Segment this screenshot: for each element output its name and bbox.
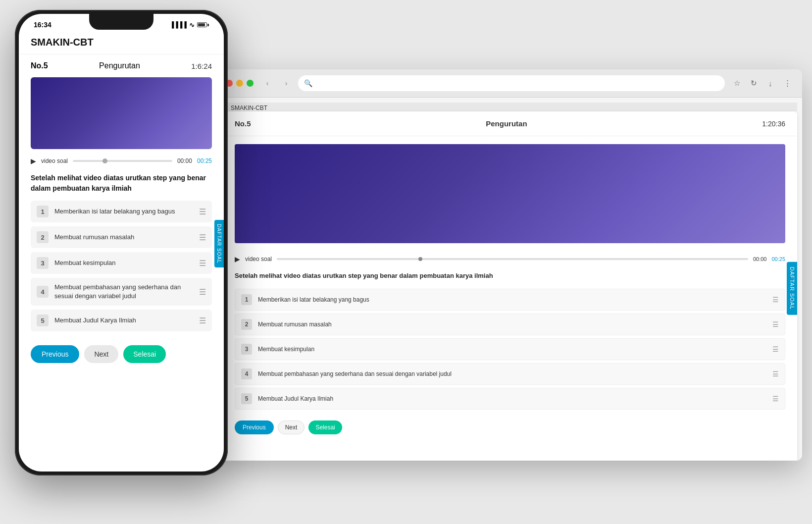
tab-title: SMAKIN-CBT <box>231 105 267 111</box>
button-row-browser: Previous Next Selesai <box>223 413 797 442</box>
search-icon: 🔍 <box>304 79 312 87</box>
item-number: 4 <box>241 368 252 379</box>
video-thumbnail-phone[interactable] <box>31 77 212 149</box>
progress-bar-phone[interactable] <box>73 160 172 162</box>
minimize-button[interactable] <box>236 80 243 87</box>
list-item[interactable]: 5 Membuat Judul Karya Ilmiah ☰ <box>235 388 785 410</box>
item-text: Membuat rumusan masalah <box>54 233 195 242</box>
item-text: Membuat Judul Karya Ilmiah <box>258 395 772 402</box>
browser-page: No.5 Pengurutan 1:20:36 ▶ video soal 00:… <box>223 111 797 461</box>
phone: 16:34 ▐▐▐▐ ∿ SMAKIN-CBT No.5 Pen <box>15 10 228 475</box>
item-text: Membuat pembahasan yang sederhana dan se… <box>54 283 195 301</box>
browser-content: SMAKIN-CBT No.5 Pengurutan 1:20:36 ▶ vid… <box>218 98 802 461</box>
signal-icon: ▐▐▐▐ <box>170 21 187 28</box>
wifi-icon: ∿ <box>189 21 195 29</box>
reload-button[interactable]: ↻ <box>747 76 761 90</box>
list-item[interactable]: 2 Membuat rumusan masalah ☰ <box>235 314 785 335</box>
drag-handle-icon[interactable]: ☰ <box>199 233 206 242</box>
url-input[interactable] <box>316 80 719 87</box>
daftar-soal-tab-browser[interactable]: DAFTAR SOAL <box>787 262 797 315</box>
drag-handle-icon[interactable]: ☰ <box>199 259 206 268</box>
address-bar[interactable]: 🔍 <box>298 75 725 91</box>
item-number: 1 <box>241 294 252 305</box>
video-label-phone: video soal <box>41 157 68 164</box>
bookmark-button[interactable]: ☆ <box>730 76 744 90</box>
app-header: SMAKIN-CBT <box>19 33 224 54</box>
time-end-phone: 00:25 <box>197 157 212 164</box>
button-row-phone: Previous Next Selesai <box>19 335 224 373</box>
previous-button-browser[interactable]: Previous <box>235 420 274 434</box>
timer-phone: 1:6:24 <box>191 62 212 70</box>
list-item[interactable]: 3 Membuat kesimpulan ☰ <box>235 338 785 360</box>
question-text-phone: Setelah melihat video diatas urutkan ste… <box>19 169 224 201</box>
question-number-phone: No.5 <box>31 61 48 70</box>
video-controls-browser: ▶ video soal 00:00 00:25 <box>223 251 797 267</box>
time-start-browser: 00:00 <box>753 256 767 262</box>
list-item[interactable]: 2 Membuat rumusan masalah ☰ <box>31 226 212 248</box>
item-number: 2 <box>241 319 252 330</box>
progress-dot-browser <box>418 257 422 261</box>
app-title: SMAKIN-CBT <box>31 37 212 48</box>
item-number: 2 <box>37 231 49 243</box>
timer-browser: 1:20:36 <box>762 120 785 128</box>
download-button[interactable]: ↓ <box>763 76 777 90</box>
question-header: No.5 Pengurutan 1:6:24 <box>19 54 224 77</box>
item-text: Membuat Judul Karya Ilmiah <box>54 316 195 325</box>
maximize-button[interactable] <box>247 80 254 87</box>
more-menu-button[interactable]: ⋮ <box>780 76 794 90</box>
play-button-browser[interactable]: ▶ <box>235 255 240 263</box>
video-thumbnail-browser[interactable] <box>235 144 785 243</box>
item-text: Memberikan isi latar belakang yang bagus <box>258 296 772 303</box>
next-button-phone[interactable]: Next <box>84 345 118 363</box>
item-number: 1 <box>37 206 49 217</box>
list-item[interactable]: 5 Membuat Judul Karya Ilmiah ☰ <box>31 310 212 331</box>
item-text: Membuat pembahasan yang sederhana dan se… <box>258 370 772 377</box>
item-text: Membuat kesimpulan <box>54 259 195 267</box>
drag-handle-icon[interactable]: ☰ <box>772 345 779 353</box>
battery-icon <box>197 22 209 27</box>
question-number-browser: No.5 <box>235 119 251 128</box>
list-item[interactable]: 1 Memberikan isi latar belakang yang bag… <box>31 201 212 222</box>
play-button-phone[interactable]: ▶ <box>31 157 36 165</box>
item-text: Membuat kesimpulan <box>258 346 772 353</box>
list-item[interactable]: 4 Membuat pembahasan yang sederhana dan … <box>31 278 212 306</box>
item-number: 3 <box>37 257 49 269</box>
drag-handle-icon[interactable]: ☰ <box>772 320 779 328</box>
progress-dot-phone <box>102 158 107 163</box>
back-button[interactable]: ‹ <box>260 76 274 90</box>
item-text: Membuat rumusan masalah <box>258 321 772 328</box>
list-item[interactable]: 1 Memberikan isi latar belakang yang bag… <box>235 289 785 311</box>
daftar-soal-tab-phone[interactable]: DAFTAR SOAL <box>214 220 224 267</box>
previous-button-phone[interactable]: Previous <box>31 345 79 363</box>
drag-handle-icon[interactable]: ☰ <box>199 287 206 297</box>
drag-handle-icon[interactable]: ☰ <box>772 370 779 378</box>
selesai-button-phone[interactable]: Selesai <box>123 345 166 363</box>
progress-bar-browser[interactable] <box>277 258 748 260</box>
video-controls-phone: ▶ video soal 00:00 00:25 <box>19 155 224 169</box>
item-number: 4 <box>37 286 49 298</box>
list-item[interactable]: 4 Membuat pembahasan yang sederhana dan … <box>235 363 785 385</box>
phone-content: 16:34 ▐▐▐▐ ∿ SMAKIN-CBT No.5 Pen <box>19 14 224 472</box>
status-time: 16:34 <box>34 21 51 29</box>
drag-handle-icon[interactable]: ☰ <box>772 296 779 304</box>
forward-button[interactable]: › <box>279 76 293 90</box>
time-start-phone: 00:00 <box>177 157 192 164</box>
sortable-list-browser: 1 Memberikan isi latar belakang yang bag… <box>223 289 797 410</box>
time-end-browser: 00:25 <box>771 256 785 262</box>
question-text-browser: Setelah melihat video diatas urutkan ste… <box>223 267 797 289</box>
drag-handle-icon[interactable]: ☰ <box>199 316 206 325</box>
question-type-browser: Pengurutan <box>486 119 527 128</box>
drag-handle-icon[interactable]: ☰ <box>772 395 779 403</box>
video-label-browser: video soal <box>245 256 272 262</box>
item-number: 5 <box>37 314 49 326</box>
selesai-button-browser[interactable]: Selesai <box>308 420 342 434</box>
drag-handle-icon[interactable]: ☰ <box>199 207 206 216</box>
item-number: 3 <box>241 344 252 355</box>
browser-tab-bar: SMAKIN-CBT <box>223 103 797 111</box>
next-button-browser[interactable]: Next <box>278 420 305 434</box>
list-item[interactable]: 3 Membuat kesimpulan ☰ <box>31 252 212 274</box>
phone-screen: 16:34 ▐▐▐▐ ∿ SMAKIN-CBT No.5 Pen <box>19 14 224 472</box>
browser-chrome: ‹ › 🔍 ☆ ↻ ↓ ⋮ <box>218 69 802 98</box>
page-header: No.5 Pengurutan 1:20:36 <box>223 111 797 136</box>
status-bar: 16:34 ▐▐▐▐ ∿ <box>19 14 224 33</box>
